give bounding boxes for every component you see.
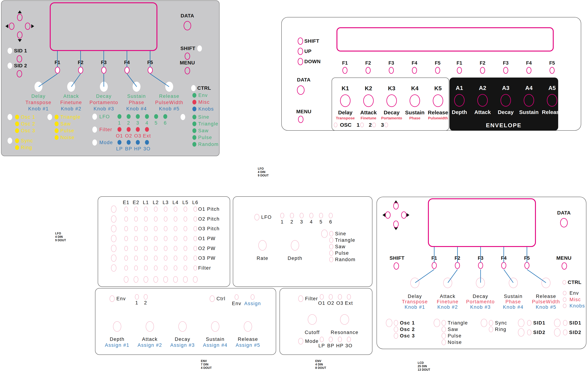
lfo-panel: LFO 1 2 3 4 5 6 Rate [233, 196, 372, 287]
knob-section: K1 Delay Transpose K2 Attack Finetune K3… [332, 78, 449, 131]
mode-item-label: 3O [143, 146, 151, 151]
matrix-button[interactable] [163, 276, 168, 283]
wave-select-button[interactable] [321, 230, 328, 238]
a-knob[interactable] [524, 94, 534, 107]
dpad-left-button[interactable] [385, 211, 390, 219]
f-button[interactable] [455, 262, 460, 269]
f-button[interactable] [432, 262, 437, 269]
sid2-led [563, 330, 567, 335]
matrix-led [124, 236, 128, 241]
matrix-button[interactable] [193, 276, 198, 283]
a-name-label: Decay [498, 109, 514, 115]
down-button[interactable] [298, 58, 303, 65]
f-button[interactable] [525, 262, 529, 269]
dpad-up-button[interactable] [393, 202, 399, 210]
f-button[interactable] [501, 262, 506, 269]
k-knob[interactable] [410, 94, 420, 107]
menu-button[interactable] [562, 262, 567, 270]
a-knob[interactable] [454, 94, 465, 107]
sid1-button[interactable] [554, 319, 560, 327]
f-button[interactable] [550, 67, 555, 74]
k-knob[interactable] [363, 94, 374, 107]
shift-button[interactable] [394, 262, 399, 270]
knob[interactable] [67, 82, 75, 92]
row-led [111, 215, 116, 222]
knob[interactable] [443, 278, 452, 288]
k-knob[interactable] [387, 94, 397, 107]
knob[interactable] [476, 278, 485, 288]
assign-knob[interactable] [211, 321, 219, 332]
filter-panel: Filter O1 O2 O3 Ext Cutoff Resonance Mod… [280, 288, 372, 355]
assign-knob[interactable] [146, 321, 154, 332]
knob[interactable] [509, 278, 518, 288]
f-button[interactable] [55, 67, 60, 74]
matrix-button[interactable] [134, 276, 138, 283]
menu-button[interactable] [298, 116, 304, 123]
data-knob[interactable] [560, 218, 568, 227]
f-key-row-left: F1 F2 F3 F4 F5 [333, 60, 449, 74]
matrix-button[interactable] [173, 276, 178, 283]
knob[interactable] [410, 278, 419, 288]
shift-button[interactable] [298, 38, 303, 45]
k-knob[interactable] [340, 94, 350, 107]
sid1-button[interactable] [518, 319, 525, 327]
shift-button[interactable] [185, 53, 190, 60]
up-button[interactable] [298, 48, 303, 55]
sync-select-button[interactable] [481, 319, 487, 327]
f-button[interactable] [503, 67, 508, 74]
knob[interactable] [165, 82, 173, 92]
f-button[interactable] [342, 67, 347, 74]
matrix-button[interactable] [144, 276, 148, 283]
a-knob[interactable] [547, 94, 557, 107]
assign-knob[interactable] [178, 321, 187, 332]
a-knob[interactable] [477, 94, 488, 107]
dpad-down-button[interactable] [393, 221, 399, 228]
filter-input-led [320, 294, 324, 300]
sid2-button[interactable] [17, 70, 22, 77]
knob[interactable] [541, 278, 550, 288]
f-button[interactable] [435, 67, 440, 74]
sid1-button[interactable] [17, 55, 22, 62]
f-button[interactable] [101, 67, 106, 74]
resonance-knob[interactable] [340, 314, 349, 325]
dpad-down-button[interactable] [17, 31, 22, 39]
f-button[interactable] [457, 67, 462, 74]
dpad-right-button[interactable] [401, 211, 407, 219]
knob[interactable] [133, 82, 140, 92]
f-button[interactable] [78, 67, 83, 74]
matrix-button[interactable] [153, 276, 158, 283]
f-button[interactable] [148, 67, 153, 74]
cutoff-knob[interactable] [308, 314, 317, 325]
k-knob[interactable] [433, 94, 443, 107]
assign-knob[interactable] [244, 321, 252, 332]
matrix-button[interactable] [124, 276, 128, 283]
f-button[interactable] [125, 67, 129, 74]
assign-knob[interactable] [113, 321, 121, 332]
data-knob[interactable] [297, 85, 304, 95]
dpad-right-button[interactable] [25, 23, 30, 30]
osc-select-button[interactable] [386, 319, 392, 327]
f-key-row-right: F1 F2 F3 F4 F5 [448, 60, 564, 74]
f-button[interactable] [480, 67, 485, 74]
f-button[interactable] [389, 67, 394, 74]
f-button[interactable] [412, 67, 417, 74]
sid2-button[interactable] [518, 328, 525, 337]
f-button[interactable] [478, 262, 483, 269]
rate-knob[interactable] [258, 240, 267, 251]
dpad-left-button[interactable] [9, 23, 14, 30]
depth-knob[interactable] [291, 240, 299, 251]
knob[interactable] [100, 82, 108, 92]
sid2-button[interactable] [554, 328, 560, 337]
lfo-num-label: 4 [310, 219, 313, 224]
wave-select-button[interactable] [434, 319, 440, 327]
f-button[interactable] [526, 67, 531, 74]
knob-number-label: Knob #3 [470, 304, 491, 310]
menu-button[interactable] [185, 67, 190, 74]
matrix-button[interactable] [183, 276, 188, 283]
a-knob[interactable] [501, 94, 511, 107]
main-control-panel: DATA SHIFT MENU F1 F2 F3 F4 F5 [377, 197, 586, 349]
knob[interactable] [34, 82, 42, 92]
f-button[interactable] [366, 67, 371, 74]
dpad-up-button[interactable] [17, 14, 22, 21]
data-knob[interactable] [184, 21, 191, 30]
